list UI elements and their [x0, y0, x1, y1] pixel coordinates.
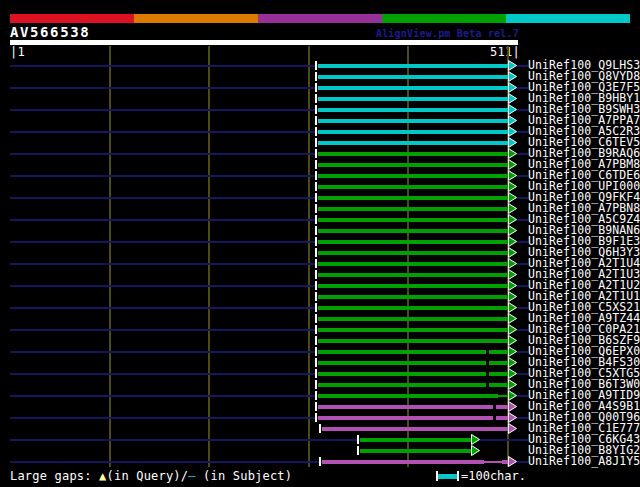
gap-thin-segment	[498, 395, 508, 397]
unit-legend-tick	[457, 471, 459, 481]
alignment-bar	[318, 97, 508, 101]
alignment-start-marker	[315, 116, 317, 125]
arrowhead-icon	[508, 192, 518, 203]
identity-scale-segment	[134, 14, 258, 23]
arrowhead-icon	[508, 280, 518, 291]
alignment-bar	[318, 416, 508, 420]
alignment-start-marker	[315, 237, 317, 246]
alignment-bar	[318, 108, 508, 112]
gap-legend-text: (in Subject)	[196, 469, 293, 483]
alignment-start-marker	[315, 149, 317, 158]
arrowhead-icon	[508, 456, 518, 467]
arrowhead-icon	[508, 115, 518, 126]
alignment-bar	[318, 229, 508, 233]
arrowhead-icon	[508, 236, 518, 247]
gap-notch	[486, 383, 489, 387]
alignment-start-marker	[315, 259, 317, 268]
alignment-bar	[318, 163, 508, 167]
alignment-bar	[318, 207, 508, 211]
ruler-end-label: 511|	[490, 46, 520, 58]
alignview-screen: 20%~40%~60%~80%~100% AV566538 AlignView.…	[0, 0, 640, 487]
identity-scale-segment	[382, 14, 506, 23]
alignment-start-marker	[315, 281, 317, 290]
alignment-start-marker	[315, 336, 317, 345]
arrowhead-icon	[508, 291, 518, 302]
arrowhead-icon	[508, 302, 518, 313]
alignment-start-marker	[319, 424, 321, 433]
alignment-bar	[318, 64, 508, 68]
arrowhead-icon	[471, 445, 481, 456]
alignment-start-marker	[315, 105, 317, 114]
alignment-bar	[322, 427, 508, 431]
arrowhead-icon	[508, 214, 518, 225]
alignment-bar	[318, 141, 508, 145]
alignment-start-marker	[315, 160, 317, 169]
alignment-bar	[318, 251, 508, 255]
arrowhead-icon	[508, 159, 518, 170]
arrowhead-icon	[508, 335, 518, 346]
query-id: AV566538	[10, 25, 90, 39]
alignment-bar	[318, 284, 508, 288]
alignment-start-marker	[315, 391, 317, 400]
alignment-bar	[318, 218, 508, 222]
arrowhead-icon	[508, 225, 518, 236]
alignment-bar	[318, 240, 508, 244]
gap-notch	[486, 372, 489, 376]
alignment-start-marker	[315, 61, 317, 70]
arrowhead-icon	[508, 423, 518, 434]
gap-notch	[486, 350, 489, 354]
alignment-bar	[318, 75, 508, 79]
arrowhead-icon	[508, 346, 518, 357]
alignment-bar	[318, 339, 508, 343]
arrowhead-icon	[508, 324, 518, 335]
alignment-start-marker	[315, 138, 317, 147]
ruler-start-label: |1	[10, 46, 25, 58]
alignment-start-marker	[315, 193, 317, 202]
alignment-bar	[318, 328, 508, 332]
alignment-bar	[318, 174, 508, 178]
alignment-bar	[318, 306, 508, 310]
arrowhead-icon	[508, 181, 518, 192]
arrowhead-icon	[508, 368, 518, 379]
gap-notch	[493, 405, 496, 409]
subject-gap-dash-icon: –	[188, 469, 195, 483]
alignment-bar	[318, 196, 508, 200]
alignment-start-marker	[319, 457, 321, 466]
alignment-start-marker	[315, 292, 317, 301]
arrowhead-icon	[508, 203, 518, 214]
alignment-start-marker	[357, 435, 359, 444]
identity-scale-segment	[10, 14, 134, 23]
alignment-start-marker	[315, 380, 317, 389]
alignment-bar	[322, 460, 484, 464]
arrowhead-icon	[508, 401, 518, 412]
alignment-bar	[318, 405, 508, 409]
arrowhead-icon	[508, 412, 518, 423]
alignment-start-marker	[315, 369, 317, 378]
arrowhead-icon	[508, 104, 518, 115]
alignment-start-marker	[315, 94, 317, 103]
arrowhead-icon	[471, 434, 481, 445]
alignment-start-marker	[315, 314, 317, 323]
hit-row[interactable]: UniRef100_A8J1Y5	[0, 456, 640, 467]
alignment-bar	[318, 394, 498, 398]
gap-thin-segment	[484, 461, 502, 463]
arrowhead-icon	[508, 126, 518, 137]
arrowhead-icon	[508, 137, 518, 148]
alignment-bar	[318, 317, 508, 321]
viewer-title: AlignView.pm Beta rel.7	[376, 28, 519, 39]
arrowhead-icon	[508, 357, 518, 368]
alignment-start-marker	[357, 446, 359, 455]
alignment-bar	[318, 350, 508, 354]
arrowhead-icon	[508, 247, 518, 258]
arrowhead-icon	[508, 313, 518, 324]
hit-label: UniRef100_A8J1Y5	[528, 456, 640, 467]
alignment-bar	[360, 449, 472, 453]
alignment-start-marker	[315, 402, 317, 411]
arrowhead-icon	[508, 390, 518, 401]
alignment-start-marker	[315, 413, 317, 422]
arrowhead-icon	[508, 269, 518, 280]
alignment-start-marker	[315, 358, 317, 367]
alignment-start-marker	[315, 325, 317, 334]
alignment-bar	[318, 295, 508, 299]
arrowhead-icon	[508, 258, 518, 269]
